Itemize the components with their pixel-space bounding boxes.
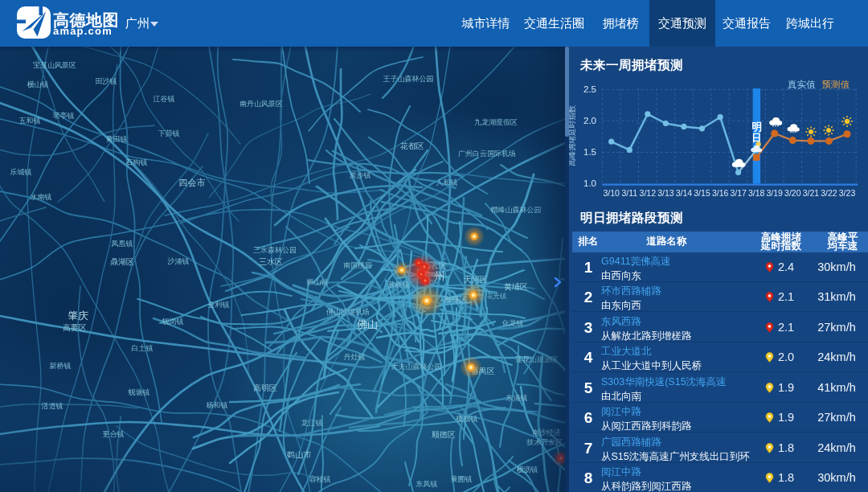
svg-text:南国桃园: 南国桃园: [343, 261, 372, 269]
svg-text:南丹山风景区: 南丹山风景区: [240, 100, 283, 108]
svg-text:花光镇: 花光镇: [487, 293, 506, 300]
svg-text:东涌镇: 东涌镇: [506, 394, 528, 402]
svg-text:九龙湖度假区: 九龙湖度假区: [474, 118, 518, 126]
svg-text:五和镇: 五和镇: [19, 117, 41, 125]
svg-text:3/11: 3/11: [621, 188, 637, 198]
svg-text:新桥镇: 新桥镇: [50, 362, 72, 370]
svg-text:3/13: 3/13: [657, 188, 674, 198]
svg-text:龙江镇: 龙江镇: [301, 419, 323, 427]
svg-text:2.5: 2.5: [583, 84, 596, 94]
svg-text:黄田镇: 黄田镇: [106, 135, 128, 143]
svg-text:三水森林公园: 三水森林公园: [253, 246, 297, 254]
svg-text:炭步镇: 炭步镇: [350, 171, 371, 179]
svg-text:天河区: 天河区: [464, 275, 488, 284]
svg-text:狮山镇: 狮山镇: [307, 278, 329, 286]
svg-text:日: 日: [751, 133, 762, 144]
svg-text:3/20: 3/20: [784, 188, 801, 198]
svg-text:人和镇: 人和镇: [436, 178, 458, 187]
svg-text:顺德区: 顺德区: [432, 430, 456, 439]
svg-text:活道镇: 活道镇: [41, 402, 63, 410]
svg-text:3/16: 3/16: [712, 188, 729, 198]
svg-text:宝趸山风景区: 宝趸山风景区: [33, 61, 76, 69]
svg-text:蚬岗镇: 蚬岗镇: [162, 318, 184, 326]
svg-text:3/19: 3/19: [766, 188, 783, 198]
svg-text:鹤山市: 鹤山市: [286, 450, 312, 459]
svg-text:东凤镇: 东凤镇: [416, 480, 438, 488]
svg-text:丹灶镇: 丹灶镇: [344, 353, 366, 361]
svg-text:田沙镇: 田沙镇: [96, 77, 117, 85]
svg-text:3/17: 3/17: [730, 188, 747, 198]
svg-text:鼎湖区: 鼎湖区: [110, 257, 134, 266]
svg-text:广州白云国际机场: 广州白云国际机场: [458, 150, 516, 158]
svg-text:3/23: 3/23: [839, 188, 856, 198]
svg-text:1.0: 1.0: [583, 178, 596, 188]
svg-text:水南镇: 水南镇: [31, 193, 52, 201]
svg-text:高要区: 高要区: [63, 323, 87, 332]
svg-text:杨和镇: 杨和镇: [207, 401, 228, 409]
svg-text:乐城镇: 乐城镇: [10, 168, 32, 176]
svg-text:2.0: 2.0: [583, 116, 596, 125]
svg-text:黄岐镇: 黄岐镇: [388, 281, 410, 289]
svg-text:3/10: 3/10: [603, 188, 620, 198]
svg-text:3/21: 3/21: [803, 188, 820, 198]
svg-text:蚬塘镇: 蚬塘镇: [129, 388, 150, 396]
svg-text:容桂镇: 容桂镇: [309, 475, 331, 483]
svg-text:王子山森林公园: 王子山森林公园: [383, 75, 434, 83]
svg-text:化龙镇: 化龙镇: [502, 319, 524, 327]
svg-text:江谷镇: 江谷镇: [154, 95, 175, 103]
svg-text:佛山: 佛山: [357, 318, 378, 330]
svg-text:高明区: 高明区: [253, 383, 277, 392]
svg-text:3/22: 3/22: [821, 188, 837, 198]
svg-text:石狗镇: 石狗镇: [125, 158, 148, 166]
svg-text:黄圃镇: 黄圃镇: [451, 475, 473, 483]
svg-text:沙浦镇: 沙浦镇: [167, 257, 190, 265]
svg-text:佛山沙堤机场: 佛山沙堤机场: [326, 308, 370, 316]
svg-text:3/14: 3/14: [676, 188, 693, 198]
svg-text:3/12: 3/12: [640, 188, 657, 198]
svg-text:大夫山森林公园: 大夫山森林公园: [391, 363, 442, 371]
svg-text:3/18: 3/18: [748, 188, 765, 198]
svg-text:苇亭镇: 苇亭镇: [53, 112, 75, 120]
svg-text:1.5: 1.5: [583, 147, 596, 157]
svg-text:榄核镇: 榄核镇: [456, 415, 478, 423]
svg-text:3/15: 3/15: [694, 188, 710, 198]
svg-text:白土镇: 白土镇: [132, 344, 154, 352]
svg-text:明: 明: [751, 121, 762, 133]
svg-text:下茆镇: 下茆镇: [158, 129, 180, 137]
svg-text:肇庆: 肇庆: [68, 310, 88, 322]
svg-text:黄埔区: 黄埔区: [504, 282, 528, 291]
svg-text:三水区: 三水区: [259, 257, 283, 266]
svg-text:凤凰镇: 凤凰镇: [112, 240, 133, 248]
svg-text:横山镇: 横山镇: [27, 80, 49, 88]
svg-text:四会市: 四会市: [179, 178, 206, 187]
svg-text:金利镇: 金利镇: [208, 301, 230, 309]
svg-text:花都区: 花都区: [399, 141, 424, 150]
